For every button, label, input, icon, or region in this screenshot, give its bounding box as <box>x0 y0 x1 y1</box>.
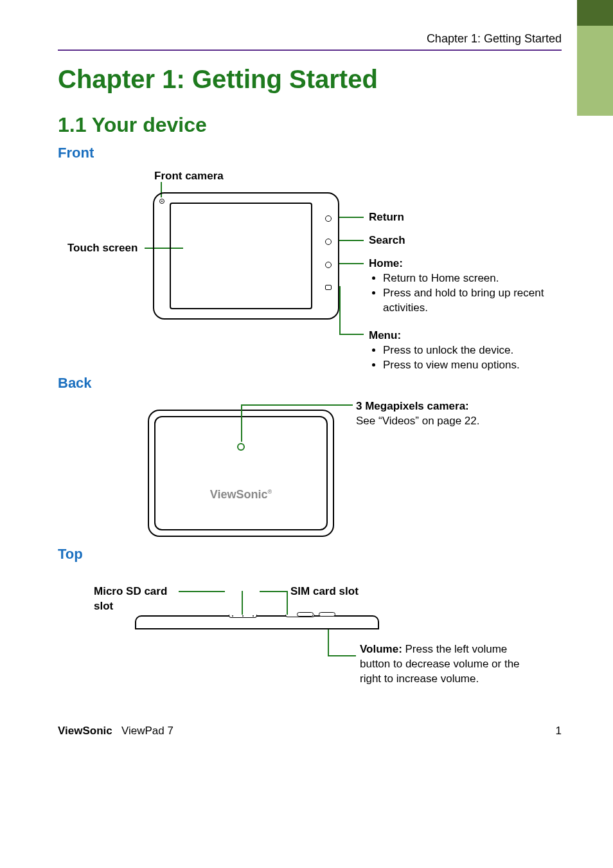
label-menu-title: Menu: <box>369 329 401 341</box>
label-home-title: Home: <box>369 257 403 269</box>
section-title: 1.1 Your device <box>58 113 562 137</box>
brand-logo: ViewSonic® <box>210 488 272 502</box>
footer-product: ViewPad 7 <box>121 725 173 737</box>
label-touch-screen: Touch screen <box>67 242 138 254</box>
menu-button-icon <box>325 285 332 290</box>
leader-line <box>241 404 353 406</box>
leader-line <box>241 404 242 442</box>
leader-line <box>242 591 243 615</box>
home-item-2: Press and hold to bring up recent activi… <box>383 286 549 316</box>
menu-item-1: Press to unlock the device. <box>383 343 549 358</box>
touch-screen-outline <box>170 203 312 309</box>
chapter-title: Chapter 1: Getting Started <box>58 65 562 94</box>
volume-buttons-icon <box>297 612 335 617</box>
leader-line <box>339 286 341 334</box>
front-camera-icon <box>159 199 164 204</box>
leader-line <box>287 591 288 615</box>
leader-line <box>339 240 364 241</box>
rear-camera-icon <box>237 443 245 451</box>
search-button-icon <box>325 239 332 245</box>
label-rear-camera-desc: See “Videos” on page 22. <box>356 415 480 427</box>
leader-line <box>179 591 225 592</box>
label-front-camera: Front camera <box>154 170 224 182</box>
leader-line <box>328 629 329 655</box>
back-figure: ViewSonic® 3 Megapixels camera: See “Vid… <box>58 399 562 541</box>
label-micro-sd: Micro SD card slot <box>94 585 167 612</box>
header-rule <box>58 50 562 51</box>
leader-line <box>339 217 364 218</box>
footer: ViewSonic ViewPad 7 1 <box>58 725 562 737</box>
home-item-1: Return to Home screen. <box>383 271 549 286</box>
leader-line <box>339 263 364 264</box>
footer-brand: ViewSonic <box>58 725 112 737</box>
micro-sd-slot-icon <box>229 615 257 618</box>
running-header: Chapter 1: Getting Started <box>58 32 562 50</box>
top-heading: Top <box>58 546 562 563</box>
back-heading: Back <box>58 375 562 392</box>
leader-line <box>339 334 364 335</box>
leader-line <box>260 591 287 592</box>
label-return: Return <box>369 211 404 223</box>
top-figure: Micro SD card slot SIM card slot Volume:… <box>58 570 562 699</box>
label-search: Search <box>369 234 405 246</box>
label-rear-camera-title: 3 Megapixels camera: <box>356 400 469 412</box>
return-button-icon <box>325 215 332 222</box>
home-button-icon <box>325 262 332 268</box>
label-sim-slot: SIM card slot <box>290 585 359 597</box>
device-top-outline <box>135 615 379 629</box>
front-heading: Front <box>58 145 562 161</box>
menu-item-2: Press to view menu options. <box>383 358 549 373</box>
leader-line <box>328 655 356 656</box>
label-volume-title: Volume: <box>360 643 405 655</box>
front-figure: Front camera Touch screen Return Search … <box>58 169 562 368</box>
footer-page-number: 1 <box>556 725 562 737</box>
device-front-outline <box>153 192 339 320</box>
